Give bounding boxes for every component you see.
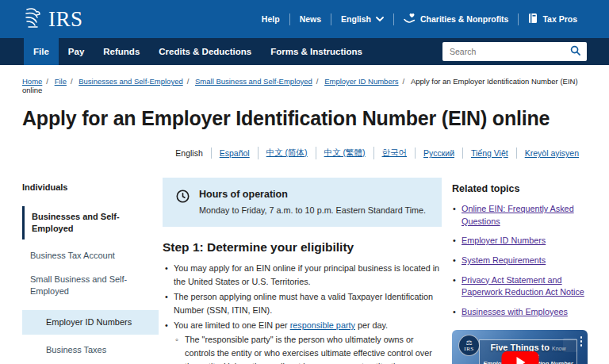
hours-text: Monday to Friday, 7 a.m. to 10 p.m. East… bbox=[199, 205, 426, 215]
list-item: System Requirements bbox=[452, 255, 588, 267]
hours-content: Hours of operation Monday to Friday, 7 a… bbox=[199, 189, 426, 215]
list-item: Businesses with Employees bbox=[452, 306, 588, 319]
related-link-online-ein-faq[interactable]: Online EIN: Frequently Asked Questions bbox=[462, 204, 574, 226]
search-box bbox=[442, 42, 587, 61]
list-item: The person applying online must have a v… bbox=[163, 290, 442, 317]
eligibility-list: You may apply for an EIN online if your … bbox=[163, 262, 442, 364]
content-area: Individuals Businesses and Self-Employed… bbox=[22, 178, 588, 364]
list-item: The "responsible party" is the person wh… bbox=[174, 333, 442, 364]
list-item: You may apply for an EIN online if your … bbox=[163, 262, 442, 289]
related-topics-title: Related topics bbox=[452, 183, 588, 194]
sidebar-item-business-tax-account[interactable]: Business Tax Account bbox=[22, 250, 159, 262]
irs-seal-text: IRS bbox=[464, 347, 473, 352]
language-link-korean[interactable]: 한국어 bbox=[373, 147, 416, 159]
nav-tab-file[interactable]: File bbox=[24, 38, 59, 65]
charities-nonprofits-link[interactable]: Charities & Nonprofits bbox=[394, 13, 518, 25]
language-link-chinese-traditional[interactable]: 中文 (繁體) bbox=[316, 147, 373, 159]
video-title-know: Know bbox=[552, 346, 566, 351]
list-item: You are limited to one EIN per responsib… bbox=[163, 319, 442, 364]
charities-label: Charities & Nonprofits bbox=[420, 14, 508, 24]
breadcrumb-small-business[interactable]: Small Business and Self-Employed bbox=[195, 77, 312, 86]
step1-heading: Step 1: Determine your eligibility bbox=[163, 240, 442, 255]
language-link-espanol[interactable]: Español bbox=[211, 148, 258, 159]
irs-eagle-icon bbox=[22, 6, 46, 33]
eligibility-bullet-3-pre: You are limited to one EIN per bbox=[174, 320, 290, 330]
breadcrumb-home[interactable]: Home bbox=[22, 77, 42, 86]
main-column: Hours of operation Monday to Friday, 7 a… bbox=[163, 178, 442, 364]
related-topics-panel: Related topics Online EIN: Frequently As… bbox=[452, 178, 588, 364]
hours-title: Hours of operation bbox=[199, 189, 426, 200]
chevron-down-icon bbox=[376, 14, 384, 24]
clock-icon bbox=[176, 190, 190, 215]
language-link-haitian-creole[interactable]: Kreyòl ayisyen bbox=[516, 148, 587, 159]
breadcrumb-businesses[interactable]: Businesses and Self-Employed bbox=[79, 77, 183, 86]
language-bar: English Español 中文 (简体) 中文 (繁體) 한국어 Русс… bbox=[22, 147, 587, 159]
sidebar-item-employer-id-numbers[interactable]: Employer ID Numbers bbox=[22, 310, 159, 335]
play-icon bbox=[517, 357, 526, 364]
responsible-party-link[interactable]: responsible party bbox=[290, 320, 355, 330]
primary-nav: File Pay Refunds Credits & Deductions Fo… bbox=[0, 38, 609, 65]
related-link-system-requirements[interactable]: System Requirements bbox=[462, 255, 546, 265]
search-button[interactable] bbox=[564, 45, 587, 58]
sidebar-item-small-business[interactable]: Small Business and Self-Employed bbox=[22, 274, 159, 297]
list-item: Employer ID Numbers bbox=[452, 235, 588, 247]
language-link-vietnamese[interactable]: Tiếng Việt bbox=[462, 148, 516, 159]
irs-wordmark: IRS bbox=[48, 9, 83, 30]
help-link[interactable]: Help bbox=[252, 14, 289, 24]
sidebar-item-individuals[interactable]: Individuals bbox=[22, 182, 159, 193]
kebab-menu-icon[interactable] bbox=[580, 336, 583, 347]
utility-nav: Help News English Charities & Nonprofits bbox=[252, 13, 587, 25]
irs-home-logo[interactable]: IRS bbox=[22, 6, 83, 33]
news-link[interactable]: News bbox=[290, 14, 331, 24]
hand-heart-icon bbox=[404, 13, 416, 25]
nav-tab-pay[interactable]: Pay bbox=[59, 38, 94, 65]
language-current: English bbox=[167, 148, 210, 159]
eligibility-bullet-2: The person applying online must have a v… bbox=[174, 292, 433, 315]
irs-seal-badge: ⚖ IRS bbox=[458, 335, 480, 356]
language-dropdown[interactable]: English bbox=[331, 14, 393, 24]
language-dropdown-label: English bbox=[341, 14, 371, 24]
breadcrumb-file[interactable]: File bbox=[55, 77, 67, 86]
breadcrumb-employer-id[interactable]: Employer ID Numbers bbox=[324, 77, 398, 86]
hours-of-operation-callout: Hours of operation Monday to Friday, 7 a… bbox=[163, 178, 442, 227]
youtube-play-button[interactable] bbox=[501, 351, 538, 364]
eligibility-bullet-3-post: per day. bbox=[355, 320, 388, 330]
irs-seal-mark: ⚖ bbox=[465, 339, 472, 347]
site-header: IRS Help News English Charities & Nonpro… bbox=[0, 0, 609, 38]
related-link-employer-id-numbers[interactable]: Employer ID Numbers bbox=[462, 236, 546, 245]
breadcrumb: Home File Businesses and Self-Employed S… bbox=[22, 77, 587, 94]
nav-tab-forms-instructions[interactable]: Forms & Instructions bbox=[261, 38, 372, 65]
sidebar-item-businesses[interactable]: Businesses and Self-Employed bbox=[22, 206, 159, 239]
search-icon bbox=[570, 45, 580, 58]
nav-tab-credits-deductions[interactable]: Credits & Deductions bbox=[149, 38, 261, 65]
sub-list: The "responsible party" is the person wh… bbox=[174, 333, 442, 364]
page-title: Apply for an Employer Identification Num… bbox=[22, 107, 587, 130]
sidebar-item-business-taxes[interactable]: Business Taxes bbox=[22, 344, 159, 356]
tax-pros-link[interactable]: Tax Pros bbox=[519, 13, 587, 25]
list-item: Privacy Act Statement and Paperwork Redu… bbox=[452, 274, 588, 299]
related-topics-list: Online EIN: Frequently Asked Questions E… bbox=[452, 203, 588, 318]
tax-pros-label: Tax Pros bbox=[542, 14, 577, 24]
language-link-russian[interactable]: Русский bbox=[415, 148, 462, 159]
related-link-businesses-with-employees[interactable]: Businesses with Employees bbox=[462, 307, 568, 316]
related-link-privacy-act[interactable]: Privacy Act Statement and Paperwork Redu… bbox=[462, 275, 584, 297]
book-icon bbox=[528, 13, 538, 25]
nav-tab-refunds[interactable]: Refunds bbox=[94, 38, 149, 65]
search-input[interactable] bbox=[442, 47, 564, 56]
eligibility-bullet-1: You may apply for an EIN online if your … bbox=[174, 263, 439, 286]
video-thumbnail[interactable]: ⚖ IRS Five Things to Know About the Empl… bbox=[452, 330, 588, 364]
left-sidebar-nav: Individuals Businesses and Self-Employed… bbox=[22, 178, 159, 364]
responsible-party-definition: The "responsible party" is the person wh… bbox=[185, 335, 435, 364]
list-item: Online EIN: Frequently Asked Questions bbox=[452, 203, 588, 228]
language-link-chinese-simplified[interactable]: 中文 (简体) bbox=[258, 147, 316, 159]
